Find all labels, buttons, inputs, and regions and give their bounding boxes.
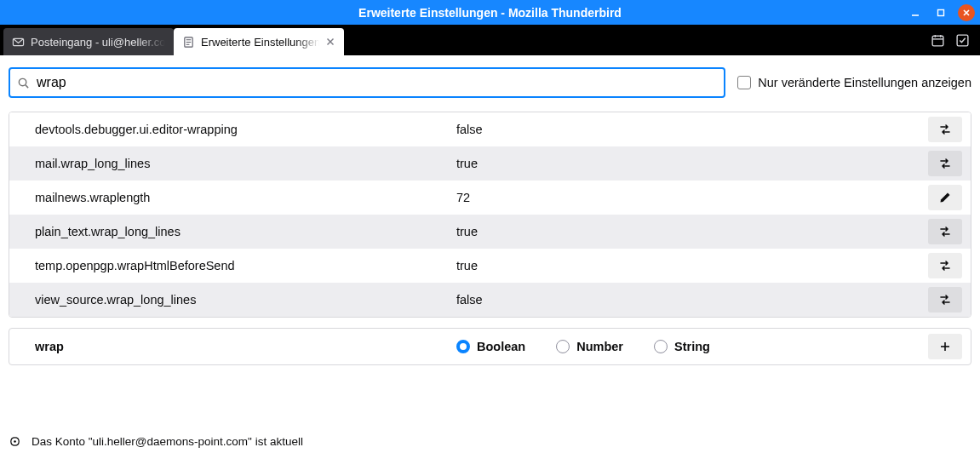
preference-row: plain_text.wrap_long_linestrue: [9, 215, 971, 249]
toggle-icon: [937, 292, 953, 307]
search-row: Nur veränderte Einstellungen anzeigen: [9, 67, 971, 98]
close-icon: [961, 8, 971, 18]
preference-value: true: [456, 225, 928, 238]
tasks-icon: [955, 33, 970, 48]
window-controls: [907, 4, 975, 21]
preference-row: temp.openpgp.wrapHtmlBeforeSendtrue: [9, 249, 971, 283]
status-bar: Das Konto "uli.heller@daemons-point.com"…: [0, 429, 980, 453]
window-titlebar: Erweiterte Einstellungen - Mozilla Thund…: [0, 0, 980, 25]
preference-name: devtools.debugger.ui.editor-wrapping: [35, 123, 456, 136]
svg-line-17: [26, 84, 28, 87]
type-radio-boolean[interactable]: Boolean: [456, 340, 525, 353]
tab-config-editor-label: Erweiterte Einstellungen: [201, 36, 319, 49]
preference-value: false: [456, 123, 928, 136]
tab-config-editor[interactable]: Erweiterte Einstellungen: [174, 28, 344, 55]
tasks-button[interactable]: [955, 33, 970, 48]
svg-rect-11: [932, 36, 943, 46]
toggle-icon: [937, 156, 953, 171]
search-input[interactable]: [35, 74, 717, 91]
toggle-icon: [937, 122, 953, 137]
preference-toggle-button[interactable]: [928, 253, 962, 278]
activity-icon: [9, 435, 21, 448]
pencil-icon: [938, 191, 952, 204]
window-maximize-button[interactable]: [932, 4, 949, 21]
preference-name: mailnews.wraplength: [35, 191, 456, 204]
type-radio-number-label: Number: [576, 340, 623, 353]
toggle-icon: [937, 224, 953, 239]
preference-value: false: [456, 293, 928, 307]
preference-edit-button[interactable]: [928, 185, 962, 210]
search-icon: [17, 77, 30, 89]
modified-only-checkbox[interactable]: Nur veränderte Einstellungen anzeigen: [737, 76, 971, 89]
type-radio-string[interactable]: String: [654, 340, 710, 353]
window-minimize-button[interactable]: [907, 4, 924, 21]
new-preference-add-button[interactable]: [928, 334, 962, 359]
document-icon: [182, 36, 195, 49]
preference-name: plain_text.wrap_long_lines: [35, 225, 456, 238]
checkbox-box: [737, 76, 751, 89]
new-preference-box: wrap Boolean Number String: [9, 328, 971, 365]
tab-close-button[interactable]: [325, 37, 335, 47]
new-preference-name: wrap: [35, 340, 456, 353]
maximize-icon: [936, 8, 946, 18]
new-preference-type-group: Boolean Number String: [456, 340, 928, 353]
type-radio-boolean-label: Boolean: [477, 340, 525, 353]
preference-name: mail.wrap_long_lines: [35, 157, 456, 170]
modified-only-label: Nur veränderte Einstellungen anzeigen: [758, 76, 971, 89]
minimize-icon: [910, 8, 920, 18]
svg-point-16: [19, 78, 26, 85]
type-radio-string-label: String: [674, 340, 710, 353]
preference-toggle-button[interactable]: [928, 287, 962, 313]
close-icon: [325, 37, 335, 47]
radio-dot: [654, 340, 668, 353]
preference-name: view_source.wrap_long_lines: [35, 293, 456, 307]
radio-dot: [556, 340, 570, 353]
preference-value: true: [456, 259, 928, 272]
window-title: Erweiterte Einstellungen - Mozilla Thund…: [0, 6, 980, 20]
preference-row: view_source.wrap_long_linesfalse: [9, 283, 971, 317]
search-box[interactable]: [9, 67, 725, 98]
content-area: Nur veränderte Einstellungen anzeigen de…: [0, 55, 980, 374]
preference-name: temp.openpgp.wrapHtmlBeforeSend: [35, 259, 456, 272]
tab-inbox[interactable]: Posteingang - uli@heller.cool: [3, 28, 174, 55]
svg-rect-1: [938, 9, 944, 15]
plus-icon: [938, 340, 952, 353]
type-radio-number[interactable]: Number: [556, 340, 623, 353]
preference-toggle-button[interactable]: [928, 151, 962, 176]
preference-row: mail.wrap_long_linestrue: [9, 146, 971, 181]
preference-toggle-button[interactable]: [928, 117, 962, 142]
preference-value: 72: [456, 191, 928, 204]
window-close-button[interactable]: [958, 4, 975, 21]
toggle-icon: [937, 258, 953, 273]
status-text: Das Konto "uli.heller@daemons-point.com"…: [32, 435, 303, 448]
radio-dot: [456, 340, 470, 353]
tab-inbox-label: Posteingang - uli@heller.cool: [31, 36, 165, 49]
tab-bar: Posteingang - uli@heller.cool Erweiterte…: [0, 25, 980, 55]
preference-toggle-button[interactable]: [928, 219, 962, 244]
inbox-icon: [12, 36, 25, 49]
preference-row: devtools.debugger.ui.editor-wrappingfals…: [9, 112, 971, 146]
preference-value: true: [456, 157, 928, 170]
svg-point-20: [14, 440, 16, 443]
calendar-icon: [931, 33, 945, 48]
preferences-table: devtools.debugger.ui.editor-wrappingfals…: [9, 112, 971, 318]
preference-row: mailnews.wraplength72: [9, 181, 971, 215]
calendar-button[interactable]: [931, 33, 945, 48]
